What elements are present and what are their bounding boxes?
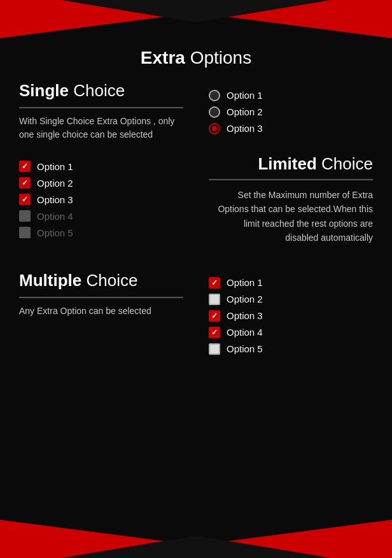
limited-choice-title: Limited Choice	[209, 154, 373, 174]
limited-choice-option-list: Option 1 Option 2 Option 3 Option 4 Opti…	[19, 161, 183, 238]
list-item[interactable]: Option 2	[209, 106, 373, 118]
multiple-choice-title: Multiple Choice	[19, 271, 183, 290]
multi-checkbox-option2[interactable]	[209, 294, 220, 305]
checkbox-option2[interactable]	[19, 177, 31, 189]
bottom-decoration	[0, 520, 392, 558]
single-choice-option-list: Option 1 Option 2 Option 3	[209, 90, 373, 140]
list-item[interactable]: Option 3	[209, 310, 373, 322]
list-item: Option 5	[19, 227, 183, 238]
single-choice-left: Single Choice With Single Choice Extra O…	[19, 81, 196, 141]
radio-inner	[212, 126, 217, 131]
multi-checkbox-option5[interactable]	[209, 343, 220, 355]
radio-option2[interactable]	[209, 106, 220, 118]
multi-checkbox-option3[interactable]	[209, 310, 220, 322]
checkbox-option3[interactable]	[19, 194, 31, 205]
list-item[interactable]: Option 5	[209, 343, 373, 355]
radio-option3[interactable]	[209, 123, 220, 134]
checkbox-option1[interactable]	[19, 161, 31, 172]
single-choice-title: Single Choice	[19, 81, 183, 101]
list-item: Option 4	[19, 210, 183, 222]
limited-choice-left: Option 1 Option 2 Option 3 Option 4 Opti…	[19, 154, 196, 245]
radio-option1[interactable]	[209, 90, 220, 101]
single-choice-section: Single Choice With Single Choice Extra O…	[19, 81, 373, 141]
list-item[interactable]: Option 1	[19, 161, 183, 172]
multiple-choice-section: Multiple Choice Any Extra Option can be …	[19, 271, 373, 360]
multiple-choice-divider	[19, 297, 183, 298]
list-item[interactable]: Option 3	[209, 123, 373, 134]
checkbox-option4	[19, 210, 31, 222]
multiple-choice-option-list: Option 1 Option 2 Option 3 Option 4 Opti…	[209, 277, 373, 360]
list-item[interactable]: Option 1	[209, 277, 373, 289]
checkbox-option5	[19, 227, 31, 238]
limited-choice-right: Limited Choice Set the Maximum number of…	[196, 154, 373, 245]
single-choice-desc: With Single Choice Extra Options , only …	[19, 115, 183, 141]
limited-choice-section: Option 1 Option 2 Option 3 Option 4 Opti…	[19, 154, 373, 245]
list-item[interactable]: Option 1	[209, 90, 373, 101]
page-title: Extra Options	[19, 35, 373, 75]
limited-choice-divider	[209, 179, 373, 180]
multiple-choice-left: Multiple Choice Any Extra Option can be …	[19, 271, 196, 360]
list-item[interactable]: Option 4	[209, 327, 373, 338]
list-item[interactable]: Option 2	[209, 294, 373, 305]
multiple-choice-options: Option 1 Option 2 Option 3 Option 4 Opti…	[196, 271, 373, 360]
list-item[interactable]: Option 2	[19, 177, 183, 189]
single-choice-divider	[19, 107, 183, 108]
limited-choice-desc: Set the Maximum number of Extra Options …	[209, 188, 373, 245]
multi-checkbox-option4[interactable]	[209, 327, 220, 338]
list-item[interactable]: Option 3	[19, 194, 183, 205]
single-choice-options: Option 1 Option 2 Option 3	[196, 81, 373, 141]
multiple-choice-desc: Any Extra Option can be selected	[19, 304, 183, 318]
multi-checkbox-option1[interactable]	[209, 277, 220, 289]
